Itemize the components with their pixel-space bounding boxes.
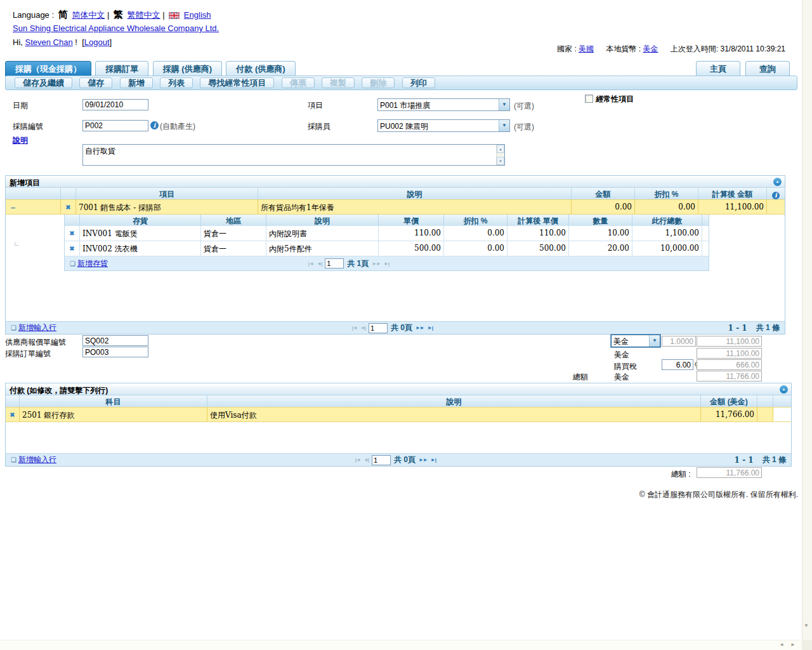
save-continue-button[interactable]: 儲存及繼續 <box>15 77 72 88</box>
po-input[interactable] <box>82 347 148 357</box>
next-page-icon[interactable]: ►► <box>416 325 424 331</box>
home-button[interactable]: 主頁 <box>696 61 740 76</box>
tab-purchase-cash[interactable]: 採購（現金採購） <box>5 61 91 76</box>
row-count: 共 1 條 <box>763 454 786 465</box>
language-link-traditional[interactable]: 繁體中文 <box>128 10 160 20</box>
simplified-icon: 简 <box>58 9 68 20</box>
scrollbar-corner <box>802 640 812 650</box>
desc-cell: 內附5件配件 <box>266 241 379 256</box>
qty-cell: 20.00 <box>569 241 632 256</box>
find-recurring-button[interactable]: 尋找經常性項目 <box>200 77 274 88</box>
country-link[interactable]: 美國 <box>579 44 594 53</box>
textarea-scrollbar[interactable]: ▲ ▼ <box>496 145 504 165</box>
total-label: 總額 <box>573 372 588 383</box>
delete-row-icon[interactable]: ✖ <box>65 204 70 211</box>
line-total-cell: 10,000.00 <box>632 241 702 256</box>
page-input[interactable] <box>369 323 388 333</box>
col-calc-unit-price: 計算後 單價 <box>508 215 569 226</box>
first-page-icon[interactable]: |◄ <box>308 261 313 267</box>
unit-price-cell: 110.00 <box>379 226 444 241</box>
purchaser-select-value: PU002 陳震明 <box>380 122 428 131</box>
save-button[interactable]: 儲存 <box>79 77 112 88</box>
last-page-icon[interactable]: ►| <box>431 457 436 463</box>
description-textarea[interactable]: 自行取貨 ▲ ▼ <box>82 144 505 166</box>
purchase-no-input[interactable] <box>82 120 148 131</box>
exchange-rate-input <box>662 336 696 347</box>
area-cell: 貨倉一 <box>201 241 266 256</box>
delete-row-icon[interactable]: ✖ <box>10 411 15 418</box>
company-link[interactable]: Sun Shing Electrical Appliance Wholesale… <box>13 23 219 33</box>
tab-purchase-order[interactable]: 採購訂單 <box>95 61 148 76</box>
amount-cell: 0.00 <box>572 200 635 214</box>
inventory-pagination: |◄ ◄| 共 1頁 ►► ►| <box>308 258 389 269</box>
user-link[interactable]: Steven Chan <box>25 37 73 47</box>
inventory-header-row: 存貨 地區 說明 單價 折扣 % 計算後 單價 數量 此行總數 <box>65 215 709 226</box>
greeting-suffix: ! <box>75 37 77 47</box>
chevron-down-icon[interactable]: ▼ <box>499 99 509 110</box>
tab-bar: 採購（現金採購） 採購訂單 採購 (供應商) 付款 (供應商) 主頁 查詢 <box>5 61 797 76</box>
language-link-english[interactable]: English <box>184 10 211 20</box>
page-input[interactable] <box>372 455 391 465</box>
supplier-quote-input[interactable] <box>82 335 148 346</box>
discount-cell: 0.00 <box>444 226 508 241</box>
project-select[interactable]: P001 市場推廣 ▼ <box>377 98 510 111</box>
collapse-row-icon[interactable]: – <box>6 200 61 214</box>
add-line-link[interactable]: 新增輸入行 <box>18 454 56 465</box>
item-cell: 7001 銷售成本 - 採購部 <box>76 200 258 214</box>
prev-page-icon[interactable]: ◄| <box>360 325 365 331</box>
tab-purchase-supplier[interactable]: 採購 (供應商) <box>153 61 222 76</box>
tax-rate-input[interactable] <box>662 359 693 370</box>
items-panel-title: 新增項目 <box>10 178 40 187</box>
list-button[interactable]: 列表 <box>160 77 193 88</box>
date-input[interactable] <box>82 99 148 110</box>
chevron-down-icon[interactable]: ▼ <box>649 335 660 347</box>
purchaser-select[interactable]: PU002 陳震明 ▼ <box>377 119 510 132</box>
query-button[interactable]: 查詢 <box>745 61 790 76</box>
page-input[interactable] <box>325 258 344 269</box>
item-row[interactable]: – ✖ 7001 銷售成本 - 採購部 所有貨品均有1年保養 0.00 0.00… <box>6 199 785 215</box>
horizontal-scrollbar[interactable]: ◄ ► <box>0 640 802 650</box>
inventory-row[interactable]: ✖ INV001 電飯煲 貨倉一 內附說明書 110.00 0.00 110.0… <box>65 226 709 241</box>
last-page-icon[interactable]: ►| <box>428 325 433 331</box>
scroll-down-icon[interactable]: ▼ <box>497 157 504 165</box>
scroll-left-right-icons[interactable]: ◄ ► <box>779 642 798 647</box>
scroll-up-icon[interactable]: ▲ <box>497 145 504 153</box>
currency-select-value: 美金 <box>613 337 629 346</box>
local-currency-link[interactable]: 美金 <box>643 44 658 53</box>
total-amount-input <box>697 371 762 381</box>
inventory-row[interactable]: ✖ INV002 洗衣機 貨倉一 內附5件配件 500.00 0.00 500.… <box>65 241 709 256</box>
description-link[interactable]: 說明 <box>13 135 28 146</box>
collapse-panel-icon[interactable]: ▲ <box>780 385 788 394</box>
language-link-simplified[interactable]: 简体中文 <box>72 10 105 20</box>
new-button[interactable]: 新增 <box>120 77 153 88</box>
recurring-checkbox[interactable] <box>585 95 593 103</box>
delete-row-icon[interactable]: ✖ <box>69 245 74 252</box>
first-page-icon[interactable]: |◄ <box>355 457 360 463</box>
desc-cell: 內附說明書 <box>266 226 379 241</box>
print-button[interactable]: 列印 <box>402 77 435 88</box>
add-inventory-link[interactable]: 新增存貨 <box>77 258 108 269</box>
collapse-panel-icon[interactable]: ▲ <box>773 178 782 186</box>
first-page-icon[interactable]: |◄ <box>352 325 357 331</box>
chevron-down-icon[interactable]: ▼ <box>499 120 509 131</box>
prev-page-icon[interactable]: ◄| <box>363 457 369 463</box>
last-login-label: 上次登入時間: <box>671 44 718 53</box>
prev-page-icon[interactable]: ◄| <box>317 261 322 267</box>
vertical-scrollbar[interactable]: ▼ <box>802 0 812 640</box>
items-panel-title-bar: 新增項目 ▲ <box>6 176 785 188</box>
add-line-link[interactable]: 新增輸入行 <box>18 322 56 333</box>
next-page-icon[interactable]: ►► <box>372 261 381 267</box>
last-page-icon[interactable]: ►| <box>384 261 389 267</box>
delete-row-icon[interactable]: ✖ <box>69 230 74 237</box>
next-page-icon[interactable]: ►► <box>419 457 428 463</box>
currency-select[interactable]: 美金 ▼ <box>611 335 660 347</box>
tab-payment-supplier[interactable]: 付款 (供應商) <box>226 61 295 76</box>
payment-row[interactable]: ✖ 2501 銀行存款 使用Visa付款 11,766.00 <box>6 407 791 422</box>
payment-panel-title: 付款 (如修改，請雙擊下列行) <box>10 386 108 395</box>
col-pay-amount: 金額 (美金) <box>701 395 757 407</box>
copyright: © 會計通服務有限公司版權所有. 保留所有權利. <box>639 489 798 500</box>
scroll-down-icon[interactable]: ▼ <box>804 623 809 628</box>
account-cell: 2501 銀行存款 <box>20 408 207 421</box>
add-icon: ❏ <box>11 456 16 463</box>
logout-link[interactable]: Logout <box>84 37 110 47</box>
